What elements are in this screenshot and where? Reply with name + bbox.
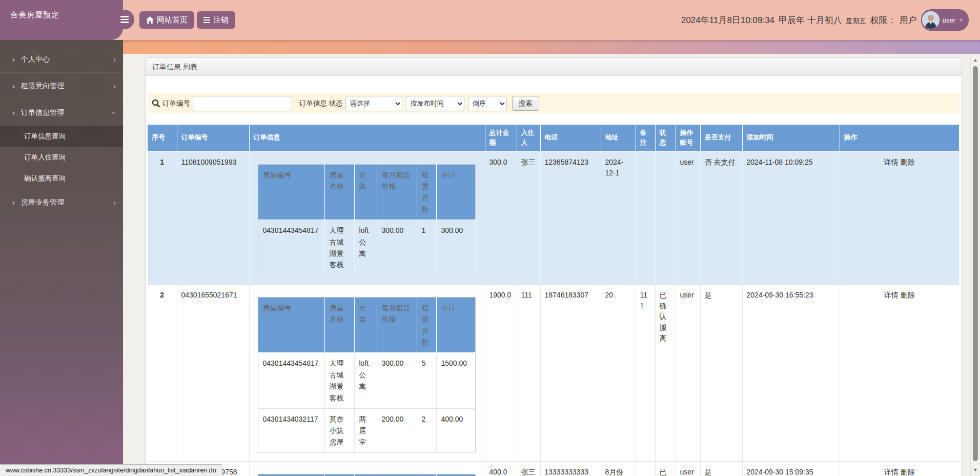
column-header: 序号	[148, 125, 177, 151]
house-sub-table: 房屋编号房屋名称分类每月租赁价格租赁月数小计04301443454817大理古城…	[258, 164, 476, 276]
table-header-row: 序号订单编号订单信息总计金额入住人电话地址备注状态操作账号是否支付添加时间操作	[148, 125, 959, 151]
orders-table: 序号订单编号订单信息总计金额入住人电话地址备注状态操作账号是否支付添加时间操作 …	[148, 125, 959, 476]
cell-paid: 是	[700, 462, 742, 476]
cell-status: 已确认搬离	[655, 284, 676, 461]
search-button[interactable]: 搜索	[512, 96, 539, 111]
house-column-header: 房屋编号	[258, 297, 324, 353]
column-header: 地址	[601, 125, 636, 151]
house-cell: 300.00	[436, 220, 475, 276]
delete-link[interactable]: 删除	[901, 291, 915, 299]
house-cell: 1	[417, 220, 436, 276]
house-column-header: 租赁月数	[417, 164, 436, 220]
header-gradient-band	[123, 40, 980, 54]
scrollbar-thumb[interactable]	[973, 66, 978, 461]
sidebar-item[interactable]: ›租赁意向管理›	[0, 72, 123, 99]
datetime-text: 2024年11月8日10:09:34 甲辰年 十月初八 星期五 权限：用户	[681, 14, 917, 26]
house-row: 04301443454817大理古城湖景客栈loft公寓300.001300.0…	[258, 220, 475, 276]
order-no-input[interactable]	[193, 96, 292, 111]
house-column-header: 房屋名称	[324, 474, 354, 476]
house-row: 04301443454817大理古城湖景客栈loft公寓300.0051500.…	[258, 353, 475, 409]
page-title: 订单信息 列表	[146, 58, 962, 76]
cell-phone: 12365874123	[540, 151, 601, 284]
house-cell: 1500.00	[436, 353, 475, 409]
column-header: 订单编号	[177, 125, 249, 151]
sidebar-item[interactable]: ›订单信息管理›	[0, 99, 123, 126]
cell-actions: 详情 删除	[840, 284, 959, 461]
house-column-header: 分类	[354, 474, 377, 476]
sidebar-subitem-label: 订单入住查询	[24, 153, 66, 162]
cell-remark	[636, 462, 655, 476]
order-row: 111081009051993房屋编号房屋名称分类每月租赁价格租赁月数小计043…	[148, 151, 959, 284]
paid-flag: 是	[705, 291, 712, 299]
home-button[interactable]: 网站首页	[139, 11, 194, 29]
detail-link[interactable]: 详情	[884, 291, 899, 299]
user-menu[interactable]: user ▼	[921, 9, 969, 31]
scroll-up-arrow-icon[interactable]: ▲	[971, 56, 980, 64]
cell-paid: 否 去支付	[700, 151, 742, 284]
cell-address: 8月份	[601, 462, 636, 476]
detail-link[interactable]: 详情	[884, 468, 899, 476]
cell-order-no: 11081009051993	[177, 151, 249, 284]
delete-link[interactable]: 删除	[901, 468, 915, 476]
status-select[interactable]: 请选择	[345, 96, 402, 111]
cell-account: user	[676, 284, 700, 461]
app-title: 合美房屋预定	[10, 10, 59, 20]
house-cell: 04301434032117	[258, 408, 324, 452]
cell-total: 300.0	[485, 151, 517, 284]
house-column-header: 每月租赁价格	[377, 164, 417, 220]
column-header: 电话	[540, 125, 601, 151]
main-content: 订单信息 列表 订单编号 订单信息 状态 请选择	[123, 54, 971, 476]
scroll-down-arrow-icon[interactable]: ▼	[971, 466, 980, 474]
house-cell: 200.00	[377, 408, 417, 452]
order-row: 204301655021671房屋编号房屋名称分类每月租赁价格租赁月数小计043…	[148, 284, 959, 461]
cell-occupant: 张三	[517, 151, 540, 284]
cell-added: 2024-11-08 10:09:25	[742, 151, 840, 284]
chevron-right-icon: ›	[12, 55, 15, 64]
home-icon	[146, 16, 154, 24]
house-cell: 两居室	[354, 408, 377, 452]
cell-order-no: 04301655021671	[177, 284, 249, 461]
house-column-header: 租赁月数	[417, 474, 436, 476]
sidebar-item[interactable]: ›房屋业务管理›	[0, 189, 123, 215]
house-cell: 大理古城湖景客栈	[324, 220, 354, 276]
sort-order-select[interactable]: 倒序	[468, 96, 507, 111]
delete-link[interactable]: 删除	[900, 158, 914, 166]
house-column-header: 每月租赁价格	[377, 297, 417, 353]
detail-link[interactable]: 详情	[884, 158, 899, 166]
sidebar-subitem[interactable]: 确认搬离查询	[0, 168, 123, 189]
permission-text: 权限：用户	[870, 14, 917, 26]
cell-remark: 111	[636, 284, 655, 461]
lunar-date: 甲辰年 十月初八	[779, 14, 842, 26]
app-window: 合美房屋预定 网站首页 注销 2024年11月8日10:09:34 甲辰年 十月…	[0, 0, 980, 476]
datetime-value: 2024年11月8日10:09:34	[681, 14, 774, 26]
sidebar-toggle-button[interactable]	[115, 10, 134, 29]
column-header: 操作	[840, 125, 959, 151]
sidebar-item[interactable]: ›个人中心›	[0, 46, 123, 72]
paid-flag: 否	[705, 158, 712, 166]
house-column-header: 房屋编号	[258, 474, 324, 476]
pay-link[interactable]: 去支付	[713, 158, 735, 166]
sort-field-select[interactable]: 按发布时间	[406, 96, 464, 111]
cell-order-info: 房屋编号房屋名称分类每月租赁价格租赁月数小计04301443454817大理古城…	[249, 284, 485, 461]
cell-added: 2024-09-30 16:55:23	[742, 284, 840, 461]
chevron-right-icon: ›	[113, 82, 116, 90]
house-column-header: 房屋名称	[324, 164, 354, 220]
cell-index: 2	[148, 284, 177, 461]
logout-button[interactable]: 注销	[197, 11, 235, 29]
chevron-right-icon: ›	[12, 82, 15, 90]
house-column-header: 房屋名称	[324, 297, 354, 353]
order-row: 304301509249758房屋编号房屋名称分类每月租赁价格租赁月数小计400…	[148, 462, 959, 476]
topbar-right: 2024年11月8日10:09:34 甲辰年 十月初八 星期五 权限：用户 us…	[681, 0, 969, 40]
house-cell: 5	[417, 353, 436, 409]
chevron-right-icon: ›	[113, 55, 116, 64]
column-header: 订单信息	[249, 125, 485, 151]
weekday: 星期五	[846, 16, 866, 26]
chevron-right-icon: ›	[12, 108, 15, 117]
cell-actions: 详情 删除	[840, 462, 959, 476]
column-header: 备注	[636, 125, 655, 151]
sidebar-subitem[interactable]: 订单入住查询	[0, 147, 123, 168]
cell-total: 400.0	[485, 462, 517, 476]
house-column-header: 小计	[436, 474, 475, 476]
status-bar-url: www.csbishe.cn:33333/ssm_zxzufangsite/di…	[0, 464, 222, 476]
sidebar-subitem[interactable]: 订单信息查询	[0, 126, 123, 147]
